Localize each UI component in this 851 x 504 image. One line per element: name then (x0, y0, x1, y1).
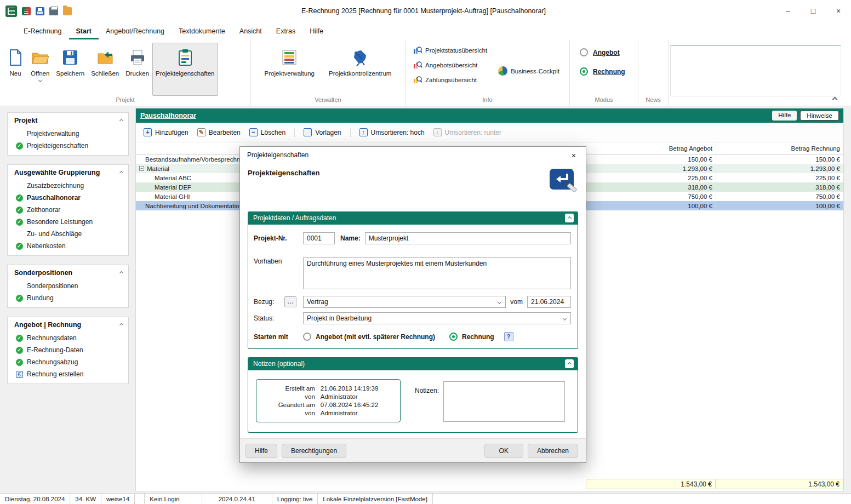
minus-icon: − (249, 128, 258, 136)
sidebar-item-zeithonorar[interactable]: ✓ Zeithonorar (8, 204, 128, 216)
sidebar-item-besondere-leistungen[interactable]: ✓ Besondere Leistungen (8, 216, 128, 228)
dialog-hilfe-button[interactable]: Hilfe (245, 444, 277, 458)
vorhaben-field[interactable]: Durchführung eines Musterprojektes mit e… (303, 257, 571, 289)
umsortieren-hoch-button[interactable]: ↑ Umsortieren: hoch (359, 128, 425, 136)
tab-extras[interactable]: Extras (269, 24, 302, 39)
sidebar-item-projekteigenschaften[interactable]: ✓ Projekteigenschaften (8, 140, 128, 152)
collapse-icon[interactable] (119, 118, 123, 122)
sidebar-item-rundung[interactable]: ✓ Rundung (8, 292, 128, 304)
projektverwaltung-button[interactable]: Projektverwaltung (261, 43, 318, 96)
ok-button[interactable]: OK (484, 444, 523, 458)
menubar: E-Rechnung Start Angebot/Rechnung Textdo… (0, 22, 851, 39)
collapse-icon[interactable] (119, 323, 123, 327)
section-title: Notizen (optional) (253, 360, 305, 368)
sidebar-item-nebenkosten[interactable]: ✓ Nebenkosten (8, 240, 128, 252)
modus-rechnung-option[interactable]: Rechnung (580, 67, 638, 76)
table-totals: 1.543,00 € 1.543,00 € (136, 479, 843, 489)
panel-header-angebot-rechnung[interactable]: Angebot | Rechnung (8, 317, 128, 332)
von-label: von (263, 393, 315, 400)
hinweise-button[interactable]: Hinweise (800, 111, 839, 121)
tab-hilfe[interactable]: Hilfe (302, 24, 330, 39)
section-title: Projektdaten / Auftragsdaten (253, 214, 336, 222)
sidebar-item-sonderpositionen[interactable]: Sonderpositionen (8, 280, 128, 292)
content-header: Pauschalhonorar Hilfe Hinweise (136, 108, 843, 123)
vorlagen-button[interactable]: Vorlagen (304, 128, 341, 136)
ribbon-collapse-icon[interactable] (832, 97, 838, 102)
sidebar-item-zusatzbezeichnung[interactable]: Zusatzbezeichnung (8, 180, 128, 192)
oeffnen-dropdown-icon[interactable] (38, 78, 42, 82)
vom-date-field[interactable] (527, 296, 571, 308)
sidebar-item-projektverwaltung[interactable]: Projektverwaltung (8, 128, 128, 140)
business-cockpit-button[interactable]: Business-Cockpit (498, 66, 559, 76)
zahlungsuebersicht-button[interactable]: Zahlungsübersicht (413, 76, 487, 84)
berechtigungen-button[interactable]: Berechtigungen (282, 444, 346, 458)
projektkontrollzentrum-button[interactable]: Projektkontrollzentrum (325, 43, 395, 96)
collapse-node-icon[interactable]: − (139, 166, 144, 171)
hinzufuegen-button[interactable]: + Hinzufügen (144, 128, 189, 136)
sidebar: Projekt Projektverwaltung ✓ Projekteigen… (7, 112, 129, 384)
tab-start[interactable]: Start (69, 24, 99, 39)
item-label: Rechnungsdaten (27, 334, 77, 342)
menu-book-icon[interactable] (22, 7, 31, 15)
projektstatusuebersicht-button[interactable]: Projektstatusübersicht (413, 46, 487, 55)
tab-e-rechnung[interactable]: E-Rechnung (16, 24, 69, 39)
collapse-icon[interactable] (119, 170, 123, 174)
speichern-button[interactable]: Speichern (53, 43, 88, 96)
collapse-icon[interactable] (119, 271, 123, 274)
help-button[interactable]: ? (504, 332, 513, 341)
sidebar-item-zu-und-abschlaege[interactable]: Zu- und Abschläge (8, 228, 128, 240)
quick-print-icon[interactable] (49, 7, 58, 15)
pie-chart-icon (498, 66, 507, 76)
status-select[interactable]: Projekt in Bearbeitung (303, 312, 571, 324)
modus-angebot-option[interactable]: Angebot (580, 48, 638, 56)
bearbeiten-button[interactable]: ✎ Bearbeiten (197, 128, 241, 136)
tab-textdokumente[interactable]: Textdokumente (172, 24, 232, 39)
sidebar-item-rechnungsabzug[interactable]: ✓ Rechnungsabzug (8, 356, 128, 368)
template-icon (304, 128, 312, 136)
rechnung-option-radio[interactable] (449, 333, 458, 341)
oeffnen-button[interactable]: Öffnen (27, 43, 53, 96)
angebot-option-radio[interactable] (303, 333, 311, 341)
tab-ansicht[interactable]: Ansicht (232, 24, 269, 39)
panel-title: Projekt (14, 117, 37, 124)
sidebar-item-rechnung-erstellen[interactable]: € Rechnung erstellen (8, 368, 128, 380)
panel-header-sonderpositionen[interactable]: Sonderpositionen (8, 265, 128, 280)
panel-title: Sonderpositionen (14, 269, 72, 277)
neu-button[interactable]: Neu (3, 43, 27, 96)
item-label: Pauschalhonorar (27, 194, 81, 202)
angebot-radio[interactable] (580, 48, 588, 56)
column-betrag-rechnung[interactable]: Betrag Rechnung (716, 142, 843, 154)
panel-header-gruppierung[interactable]: Ausgewählte Gruppierung (8, 165, 128, 180)
sidebar-item-pauschalhonorar[interactable]: ✓ Pauschalhonorar (8, 192, 128, 204)
loeschen-button[interactable]: − Löschen (249, 128, 285, 136)
column-betrag-angebot[interactable]: Betrag Angebot (586, 142, 716, 154)
quick-open-icon[interactable] (63, 7, 72, 15)
angebot-option-label: Angebot (mit evtl. späterer Rechnung) (316, 333, 435, 341)
projekt-nr-field[interactable] (303, 232, 335, 244)
abbrechen-button[interactable]: Abbrechen (528, 444, 578, 458)
total-angebot: 1.543,00 € (586, 479, 716, 489)
drucken-button[interactable]: Drucken (122, 43, 152, 96)
angebotsuebersicht-button[interactable]: Angebotsübersicht (413, 61, 487, 70)
name-field[interactable] (365, 232, 571, 244)
maximize-button[interactable]: □ (801, 0, 826, 22)
bezug-more-button[interactable]: … (284, 296, 296, 307)
dialog-close-icon[interactable]: × (562, 147, 586, 163)
bezug-select[interactable]: Vertrag (303, 296, 506, 308)
sidebar-item-rechnungsdaten[interactable]: ✓ Rechnungsdaten (8, 332, 128, 344)
panel-header-projekt[interactable]: Projekt (8, 113, 128, 128)
umsortieren-runter-button: ↓ Umsortieren: runter (433, 128, 501, 136)
sidebar-item-e-rechnung-daten[interactable]: ✓ E-Rechnung-Daten (8, 344, 128, 356)
rechnung-radio[interactable] (580, 67, 588, 76)
section-collapse-button[interactable] (565, 359, 574, 368)
projekteigenschaften-button[interactable]: Projekteigenschaften (152, 43, 218, 96)
schliessen-button[interactable]: Schließen (88, 43, 122, 96)
tab-angebot-rechnung[interactable]: Angebot/Rechnung (99, 24, 172, 39)
close-button[interactable]: × (826, 0, 851, 22)
minimize-button[interactable]: – (775, 0, 801, 22)
quick-save-icon[interactable] (36, 7, 44, 15)
notizen-field[interactable] (443, 381, 565, 422)
panel-title: Angebot | Rechnung (14, 321, 81, 329)
section-collapse-button[interactable] (565, 214, 574, 222)
hilfe-button[interactable]: Hilfe (772, 111, 797, 121)
